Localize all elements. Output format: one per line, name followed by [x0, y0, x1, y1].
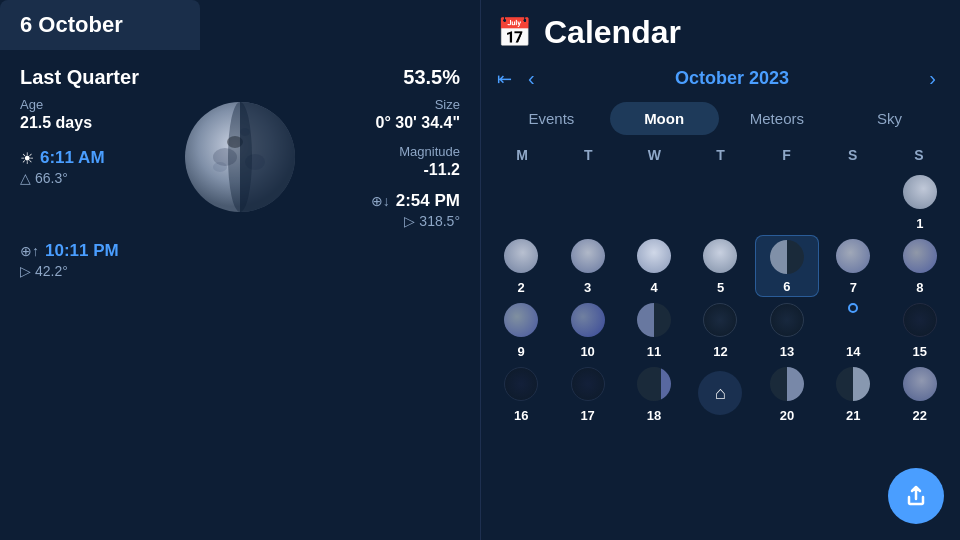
day-4[interactable]: 4 — [622, 235, 686, 297]
rise-block: ☀ 6:11 AM △ 66.3° — [20, 148, 170, 186]
empty-day — [489, 171, 553, 233]
moon-right: Size 0° 30' 34.4" Magnitude -11.2 ⊕↓ 2:5… — [310, 97, 460, 229]
day-header-t1: T — [555, 143, 621, 167]
month-year: October 2023 — [551, 68, 914, 89]
empty-day — [555, 171, 619, 233]
calendar-weeks: 1 2 3 4 5 — [489, 171, 952, 425]
magnitude-block: Magnitude -11.2 — [310, 144, 460, 179]
day-5[interactable]: 5 — [688, 235, 752, 297]
day-22[interactable]: 22 — [888, 363, 952, 425]
transit-block: ⊕↑ 10:11 PM ▷ 42.2° — [20, 241, 119, 279]
collapse-icon[interactable]: ⇤ — [497, 68, 512, 90]
day-16[interactable]: 16 — [489, 363, 553, 425]
day-21[interactable]: 21 — [821, 363, 885, 425]
day-18[interactable]: 18 — [622, 363, 686, 425]
day-10[interactable]: 10 — [555, 299, 619, 361]
calendar-icon: 📅 — [497, 16, 532, 49]
svg-point-8 — [228, 102, 252, 212]
moon-left: Age 21.5 days ☀ 6:11 AM △ 66.3° — [20, 97, 170, 186]
day-9[interactable]: 9 — [489, 299, 553, 361]
home-day-icon: ⌂ — [698, 371, 742, 415]
age-value: 21.5 days — [20, 114, 170, 132]
size-value: 0° 30' 34.4" — [310, 114, 460, 132]
day-headers: M T W T F S S — [489, 143, 952, 167]
day-header-m: M — [489, 143, 555, 167]
day-1[interactable]: 1 — [888, 171, 952, 233]
day-12[interactable]: 12 — [688, 299, 752, 361]
calendar-header: 📅 Calendar — [481, 0, 960, 59]
prev-month-button[interactable]: ‹ — [520, 63, 543, 94]
tab-bar: Events Moon Meteors Sky — [481, 102, 960, 143]
home-icon-day: ⌂ — [715, 383, 726, 404]
empty-day — [688, 171, 752, 233]
phase-row: Last Quarter 53.5% — [20, 66, 460, 89]
day-14[interactable]: 14 — [821, 299, 885, 361]
set-time: 2:54 PM — [396, 191, 460, 211]
size-label: Size — [310, 97, 460, 112]
share-button[interactable] — [888, 468, 944, 524]
set-icon: ⊕↓ — [371, 193, 390, 209]
rise-icon: ☀ — [20, 149, 34, 168]
day-2[interactable]: 2 — [489, 235, 553, 297]
week-4: 16 17 18 ⌂ 20 — [489, 363, 952, 425]
illumination: 53.5% — [403, 66, 460, 89]
empty-day — [821, 171, 885, 233]
calendar-title: Calendar — [544, 14, 681, 51]
left-panel: 6 October Last Quarter 53.5% Age 21.5 da… — [0, 0, 480, 540]
week-2: 2 3 4 5 6 — [489, 235, 952, 297]
day-6[interactable]: 6 — [755, 235, 819, 297]
day-8[interactable]: 8 — [888, 235, 952, 297]
day-17[interactable]: 17 — [555, 363, 619, 425]
transit-row: ⊕↑ 10:11 PM ▷ 42.2° — [20, 241, 460, 279]
day-header-w: W — [621, 143, 687, 167]
tab-meteors[interactable]: Meteors — [723, 102, 832, 135]
date-label: 6 October — [20, 12, 123, 38]
share-icon — [904, 484, 928, 508]
next-month-button[interactable]: › — [921, 63, 944, 94]
magnitude-value: -11.2 — [310, 161, 460, 179]
date-tab[interactable]: 6 October — [0, 0, 200, 50]
moon-info: Last Quarter 53.5% Age 21.5 days ☀ 6:11 … — [0, 50, 480, 540]
size-block: Size 0° 30' 34.4" — [310, 97, 460, 132]
set-block: ⊕↓ 2:54 PM ▷ 318.5° — [310, 191, 460, 229]
rise-angle: 66.3° — [35, 170, 68, 186]
set-time-row: ⊕↓ 2:54 PM — [310, 191, 460, 211]
rise-time: 6:11 AM — [40, 148, 105, 168]
new-moon-dot — [848, 303, 858, 313]
magnitude-label: Magnitude — [310, 144, 460, 159]
empty-day — [622, 171, 686, 233]
day-7[interactable]: 7 — [821, 235, 885, 297]
day-header-s1: S — [820, 143, 886, 167]
rise-angle-row: △ 66.3° — [20, 170, 170, 186]
day-11[interactable]: 11 — [622, 299, 686, 361]
day-header-t2: T — [687, 143, 753, 167]
transit-angle: 42.2° — [35, 263, 68, 279]
right-panel: 📅 Calendar ⇤ ‹ October 2023 › Events Moo… — [480, 0, 960, 540]
moon-image — [180, 97, 300, 217]
set-angle: 318.5° — [419, 213, 460, 229]
age-block: Age 21.5 days — [20, 97, 170, 132]
day-15[interactable]: 15 — [888, 299, 952, 361]
tab-sky[interactable]: Sky — [835, 102, 944, 135]
set-angle-icon: ▷ — [404, 213, 415, 229]
week-3: 9 10 11 12 13 — [489, 299, 952, 361]
transit-time: 10:11 PM — [45, 241, 119, 261]
moon-details: Age 21.5 days ☀ 6:11 AM △ 66.3° — [20, 97, 460, 229]
set-angle-row: ▷ 318.5° — [310, 213, 460, 229]
day-number-1: 1 — [916, 216, 923, 231]
empty-day — [755, 171, 819, 233]
day-3[interactable]: 3 — [555, 235, 619, 297]
day-19[interactable]: ⌂ — [688, 363, 752, 425]
transit-angle-row: ▷ 42.2° — [20, 263, 119, 279]
day-13[interactable]: 13 — [755, 299, 819, 361]
rise-time-row: ☀ 6:11 AM — [20, 148, 170, 168]
month-nav: ⇤ ‹ October 2023 › — [481, 59, 960, 102]
week-1: 1 — [489, 171, 952, 233]
transit-icon: ⊕↑ — [20, 243, 39, 259]
calendar-grid: M T W T F S S 1 — [481, 143, 960, 540]
transit-time-row: ⊕↑ 10:11 PM — [20, 241, 119, 261]
tab-moon[interactable]: Moon — [610, 102, 719, 135]
tab-events[interactable]: Events — [497, 102, 606, 135]
day-20[interactable]: 20 — [755, 363, 819, 425]
phase-name: Last Quarter — [20, 66, 139, 89]
